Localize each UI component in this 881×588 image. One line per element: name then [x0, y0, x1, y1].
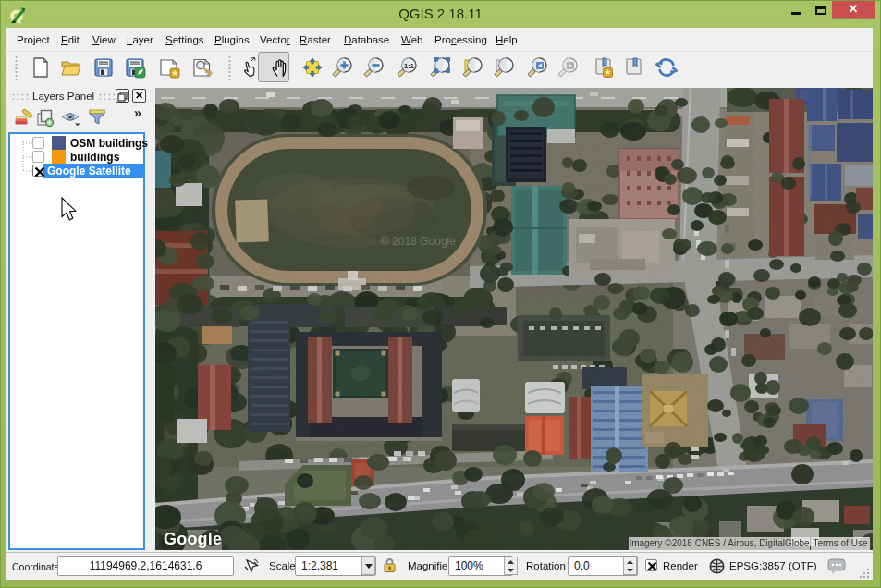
svg-text:1:1: 1:1 [404, 62, 414, 70]
